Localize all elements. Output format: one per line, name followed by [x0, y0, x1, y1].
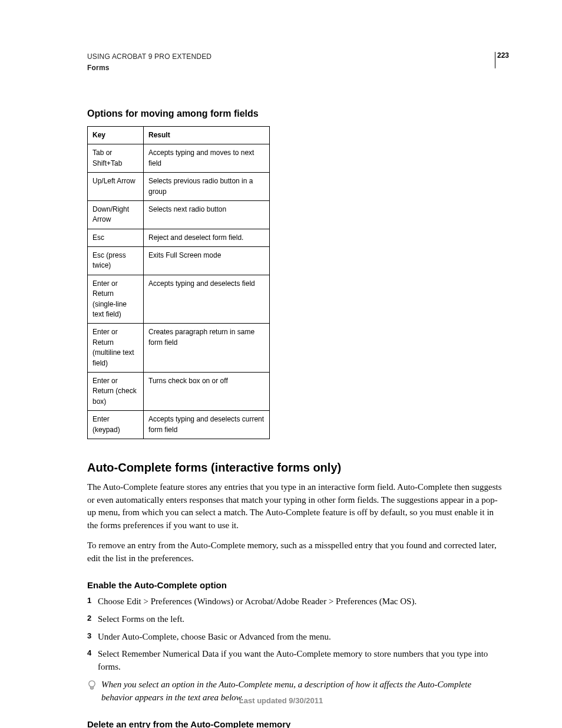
table-row: Esc (press twice)Exits Full Screen mode [88, 247, 270, 275]
keyboard-table: Key Result Tab or Shift+TabAccepts typin… [87, 126, 270, 439]
step-item: Select Remember Numerical Data if you wa… [87, 648, 503, 674]
table-row: Enter or Return (single-line text field)… [88, 275, 270, 324]
table-row: Enter or Return (multiline text field)Cr… [88, 324, 270, 373]
cell-result: Exits Full Screen mode [144, 247, 270, 275]
body-paragraph: The Auto-Complete feature stores any ent… [87, 481, 503, 532]
table-row: EscReject and deselect form field. [88, 229, 270, 246]
table-row: Up/Left ArrowSelects previous radio butt… [88, 173, 270, 201]
cell-result: Reject and deselect form field. [144, 229, 270, 246]
sub-heading-enable: Enable the Auto-Complete option [87, 579, 503, 592]
cell-key: Enter or Return (multiline text field) [88, 324, 144, 373]
table-header-row: Key Result [88, 126, 270, 144]
steps-enable: Choose Edit > Preferences (Windows) or A… [87, 595, 503, 674]
table-row: Enter (keypad)Accepts typing and deselec… [88, 411, 270, 439]
page-number: 223 [497, 51, 509, 61]
body-paragraph: To remove an entry from the Auto-Complet… [87, 539, 503, 565]
cell-key: Enter (keypad) [88, 411, 144, 439]
table-row: Tab or Shift+TabAccepts typing and moves… [88, 144, 270, 173]
section-heading-autocomplete: Auto-Complete forms (interactive forms o… [87, 459, 503, 476]
table-row: Down/Right ArrowSelects next radio butto… [88, 200, 270, 229]
cell-result: Creates paragraph return in same form fi… [144, 324, 270, 373]
running-header-line1: USING ACROBAT 9 PRO EXTENDED [87, 52, 211, 61]
cell-key: Esc (press twice) [88, 247, 144, 275]
cell-result: Selects previous radio button in a group [144, 173, 270, 201]
cell-key: Enter or Return (single-line text field) [88, 275, 144, 324]
step-item: Choose Edit > Preferences (Windows) or A… [87, 595, 503, 608]
page: 223 USING ACROBAT 9 PRO EXTENDED Forms O… [0, 0, 562, 728]
cell-key: Up/Left Arrow [88, 173, 144, 201]
footer-updated: Last updated 9/30/2011 [0, 696, 562, 707]
table-row: Enter or Return (check box)Turns check b… [88, 373, 270, 411]
lightbulb-icon [87, 680, 97, 696]
step-item: Select Forms on the left. [87, 613, 503, 626]
step-item: Under Auto-Complete, choose Basic or Adv… [87, 631, 503, 644]
cell-result: Turns check box on or off [144, 373, 270, 411]
running-header-line2: Forms [87, 63, 503, 73]
th-result: Result [144, 126, 270, 144]
running-header: USING ACROBAT 9 PRO EXTENDED Forms [87, 52, 503, 74]
header-divider [495, 52, 495, 68]
th-key: Key [88, 126, 144, 144]
cell-key: Enter or Return (check box) [88, 373, 144, 411]
cell-result: Selects next radio button [144, 200, 270, 229]
cell-result: Accepts typing and deselects field [144, 275, 270, 324]
cell-key: Tab or Shift+Tab [88, 144, 144, 173]
svg-point-0 [89, 681, 95, 687]
cell-result: Accepts typing and moves to next field [144, 144, 270, 173]
sub-heading-delete: Delete an entry from the Auto-Complete m… [87, 718, 503, 728]
cell-result: Accepts typing and deselects current for… [144, 411, 270, 439]
cell-key: Down/Right Arrow [88, 200, 144, 229]
section-heading-options: Options for moving among form fields [87, 107, 503, 120]
cell-key: Esc [88, 229, 144, 246]
